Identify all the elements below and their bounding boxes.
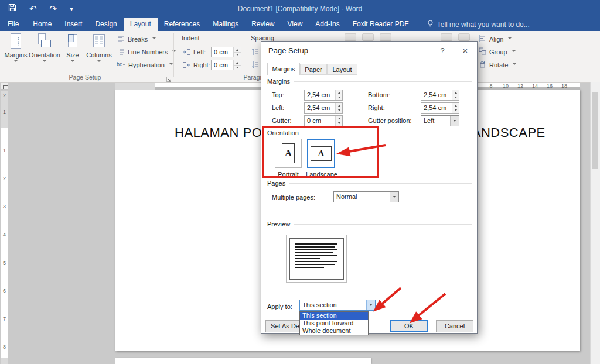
breaks-button[interactable]: Breaks xyxy=(117,34,156,44)
tab-selector-box[interactable] xyxy=(1,83,8,90)
stepper-up[interactable] xyxy=(336,103,342,108)
breaks-label: Breaks xyxy=(128,36,148,43)
chevron-down-icon[interactable] xyxy=(450,116,459,126)
ruler-number: 1 xyxy=(1,109,8,115)
stepper-down[interactable] xyxy=(336,121,342,126)
lightbulb-icon xyxy=(427,20,434,29)
stepper-up[interactable] xyxy=(452,90,459,95)
chevron-down-icon xyxy=(97,60,101,64)
ribbon-tab-bar: File Home Insert Design Layout Reference… xyxy=(0,18,600,31)
dropdown-option-whole-document[interactable]: Whole document xyxy=(300,327,368,335)
ruler-number: 2 xyxy=(1,176,8,181)
preview-section-label: Preview xyxy=(267,221,290,228)
group-separator xyxy=(173,33,174,77)
help-button[interactable]: ? xyxy=(434,44,451,57)
bottom-input[interactable]: 2,54 cm xyxy=(421,90,459,101)
chevron-down-icon[interactable] xyxy=(390,192,398,202)
tab-view[interactable]: View xyxy=(281,18,309,31)
next-page-edge xyxy=(115,358,371,364)
page-setup-group-label: Page Setup xyxy=(4,74,166,81)
tab-review[interactable]: Review xyxy=(245,18,281,31)
tab-foxit-reader-pdf[interactable]: Foxit Reader PDF xyxy=(346,18,415,31)
gutter-input[interactable]: 0 cm xyxy=(304,115,343,126)
tab-add-ins[interactable]: Add-Ins xyxy=(309,18,346,31)
tab-stop-icon xyxy=(3,85,8,89)
preview-page-icon xyxy=(289,238,344,280)
chevron-down-icon xyxy=(508,37,512,41)
margins-label: Margins xyxy=(4,51,27,59)
stepper-down[interactable] xyxy=(234,65,241,70)
ruler-number: 18 xyxy=(560,83,568,90)
stepper-up[interactable] xyxy=(336,90,342,95)
tab-insert[interactable]: Insert xyxy=(58,18,88,31)
group-button[interactable]: Group xyxy=(479,47,516,57)
ruler-number: 6 xyxy=(1,288,8,294)
gutter-position-select[interactable]: Left xyxy=(421,115,459,126)
stepper-down[interactable] xyxy=(336,108,342,113)
margins-section-header: Margins xyxy=(267,78,472,85)
dropdown-option-this-point-forward[interactable]: This point forward xyxy=(300,320,368,327)
chevron-down-icon xyxy=(71,60,74,64)
top-input[interactable]: 2,54 cm xyxy=(304,90,343,101)
align-button[interactable]: Align xyxy=(479,34,512,44)
dialog-tab-margins[interactable]: Margins xyxy=(267,63,300,75)
landscape-option[interactable]: A xyxy=(307,139,335,168)
tab-file[interactable]: File xyxy=(0,18,26,31)
stepper-down[interactable] xyxy=(452,95,459,100)
chevron-down-icon[interactable] xyxy=(366,300,375,310)
breaks-icon xyxy=(117,35,125,44)
size-button[interactable]: Size xyxy=(61,33,84,75)
tab-layout[interactable]: Layout xyxy=(124,18,158,31)
rotate-icon xyxy=(479,60,486,69)
stepper xyxy=(233,47,241,57)
orientation-button[interactable]: Orientation xyxy=(30,33,59,75)
tab-references[interactable]: References xyxy=(158,18,206,31)
stepper-down[interactable] xyxy=(336,95,342,100)
portrait-label: Portrait xyxy=(275,171,302,178)
arrange-icon-stub xyxy=(380,33,391,41)
dialog-tab-paper[interactable]: Paper xyxy=(300,64,327,75)
landscape-label: Landscape xyxy=(302,171,341,178)
right-label: Right: xyxy=(368,104,385,111)
tell-me-box[interactable]: Tell me what you want to do... xyxy=(427,18,530,31)
vertical-scrollbar[interactable] xyxy=(590,82,600,364)
tab-mailings[interactable]: Mailings xyxy=(206,18,245,31)
dialog-tab-layout[interactable]: Layout xyxy=(327,64,357,75)
stepper-up[interactable] xyxy=(234,47,241,52)
apply-to-dropdown-list: This section This point forward Whole do… xyxy=(299,311,369,335)
margins-section-label: Margins xyxy=(267,78,290,85)
cancel-button[interactable]: Cancel xyxy=(436,320,473,332)
apply-to-select[interactable]: This section xyxy=(299,300,376,311)
columns-label: Columns xyxy=(86,51,111,59)
portrait-option[interactable]: A xyxy=(275,139,302,168)
stepper-up[interactable] xyxy=(234,60,241,65)
arrange-icon-stub xyxy=(441,33,452,41)
scrollbar-thumb[interactable] xyxy=(592,92,598,169)
hyphenation-button[interactable]: bc Hyphenation xyxy=(117,60,173,70)
left-label: Left: xyxy=(272,104,284,111)
ruler-number: 8 xyxy=(487,83,495,90)
group-label: Group xyxy=(489,49,507,56)
right-input[interactable]: 2,54 cm xyxy=(421,102,459,114)
dropdown-option-this-section[interactable]: This section xyxy=(300,312,368,320)
ok-button[interactable]: OK xyxy=(390,320,428,332)
stepper-up[interactable] xyxy=(336,116,342,121)
rotate-button[interactable]: Rotate xyxy=(479,60,516,70)
stepper-down[interactable] xyxy=(234,52,241,57)
stepper-down[interactable] xyxy=(452,108,459,113)
line-numbers-button[interactable]: Line Numbers xyxy=(117,47,176,57)
multiple-pages-select[interactable]: Normal xyxy=(333,191,399,202)
window-title: Document1 [Compatibility Mode] - Word xyxy=(0,0,600,18)
tab-home[interactable]: Home xyxy=(26,18,58,31)
columns-button[interactable]: Columns xyxy=(86,33,112,75)
tab-design[interactable]: Design xyxy=(88,18,123,31)
size-label: Size xyxy=(66,51,79,59)
group-separator xyxy=(114,33,114,77)
indent-left-input[interactable]: 0 cm xyxy=(211,47,241,57)
left-input[interactable]: 2,54 cm xyxy=(304,102,343,114)
stepper-up[interactable] xyxy=(452,103,459,108)
vertical-ruler[interactable]: 2 1 1 2 3 4 5 6 7 8 xyxy=(1,91,8,364)
close-icon[interactable]: × xyxy=(457,44,473,57)
margins-button[interactable]: Margins xyxy=(4,33,28,75)
indent-right-input[interactable]: 0 cm xyxy=(211,60,241,70)
